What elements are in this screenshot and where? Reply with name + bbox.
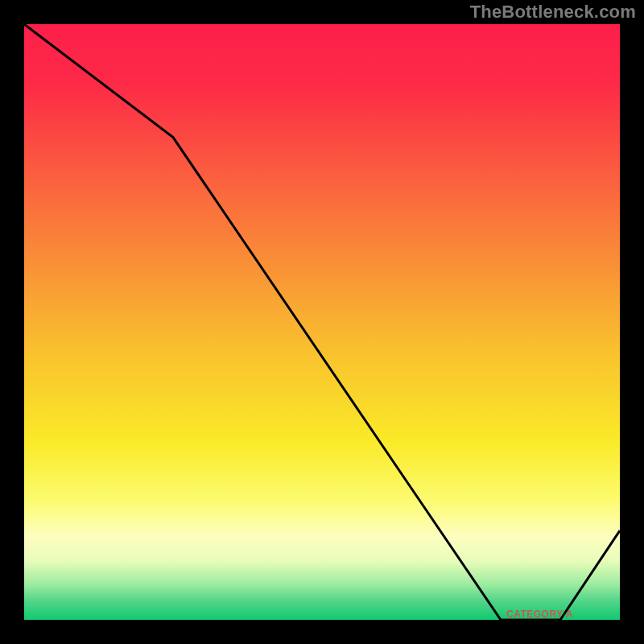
x-axis-marker-label: CATEGORY A: [506, 609, 573, 620]
plot-area: CATEGORY A: [24, 24, 620, 620]
gradient-background: [24, 24, 620, 620]
watermark-text: TheBottleneck.com: [470, 2, 636, 23]
chart-frame: TheBottleneck.com CATEGORY A: [0, 0, 644, 644]
chart-svg: [24, 24, 620, 620]
